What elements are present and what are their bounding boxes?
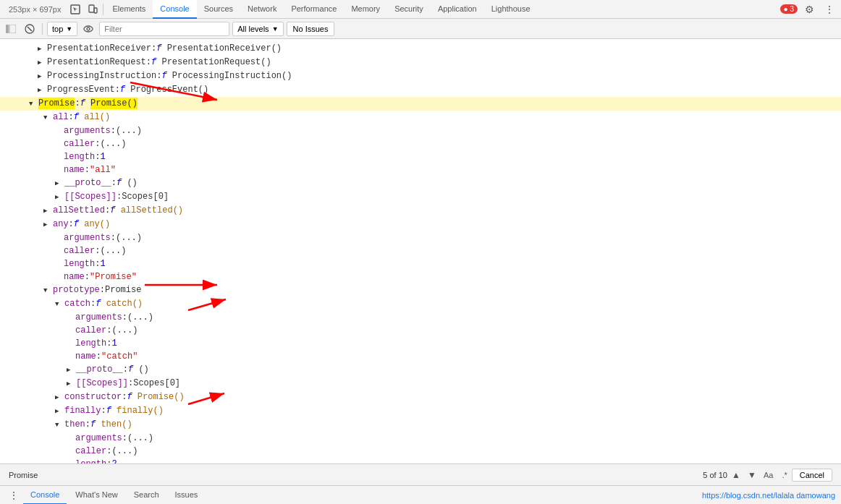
tab-network[interactable]: Network: [240, 0, 284, 19]
list-item: arguments : (...): [0, 231, 841, 244]
tab-security[interactable]: Security: [387, 0, 431, 19]
list-item: arguments : (...): [0, 311, 841, 324]
bottom-tab-bar: ⋮ Console What's New Search Issues https…: [0, 485, 841, 504]
svg-rect-3: [6, 25, 9, 33]
show-console-sidebar-icon[interactable]: [3, 21, 19, 37]
search-term: Promise: [9, 471, 703, 479]
list-item: length : 1: [0, 337, 841, 350]
tree-toggle[interactable]: ▶: [55, 392, 64, 403]
list-item: arguments : (...): [0, 124, 841, 137]
bottom-tab-console[interactable]: Console: [23, 486, 67, 505]
list-item: ▶ finally : f finally(): [0, 404, 841, 418]
viewport-size: 253px × 697px: [3, 5, 67, 14]
list-item: name : "Promise": [0, 270, 841, 283]
list-item: ▼ all : f all(): [0, 111, 841, 124]
svg-rect-2: [94, 8, 97, 13]
tree-toggle[interactable]: ▶: [38, 85, 46, 96]
svg-line-6: [28, 27, 32, 31]
tree-toggle[interactable]: ▼: [55, 419, 64, 431]
promise-row: ▼ Promise : f Promise(): [0, 97, 841, 111]
log-levels-select[interactable]: All levels ▼: [232, 22, 283, 36]
then-row: ▼ then : f then(): [0, 418, 841, 432]
list-item: ▶ any : f any(): [0, 218, 841, 231]
tree-toggle[interactable]: ▶: [55, 192, 64, 203]
tab-sources[interactable]: Sources: [197, 0, 240, 19]
list-item: ▶ constructor : f Promise(): [0, 390, 841, 404]
tree-toggle[interactable]: ▶: [43, 205, 52, 217]
bottom-tab-whats-new[interactable]: What's New: [68, 486, 124, 505]
list-item: ▶ ProcessingInstruction : f ProcessingIn…: [0, 69, 841, 83]
tree-toggle[interactable]: ▶: [55, 178, 64, 189]
search-next-icon[interactable]: ▼: [745, 468, 759, 482]
tree-toggle[interactable]: ▶: [43, 219, 52, 231]
search-navigation: 5 of 10 ▲ ▼: [703, 468, 759, 482]
tree-toggle[interactable]: ▶: [55, 406, 64, 417]
list-item: caller : (...): [0, 445, 841, 458]
drawer-icon[interactable]: ⋮: [6, 487, 22, 503]
tab-elements[interactable]: Elements: [105, 0, 153, 19]
list-item: length : 1: [0, 257, 841, 270]
search-result-count: 5 of 10: [703, 471, 727, 479]
tab-application[interactable]: Application: [431, 0, 484, 19]
console-toolbar: top ▼ All levels ▼ No Issues: [0, 19, 841, 39]
tree-toggle[interactable]: ▼: [29, 98, 38, 110]
list-item: ▶ PresentationRequest : f PresentationRe…: [0, 56, 841, 69]
svg-point-8: [87, 27, 90, 30]
create-live-expression-icon[interactable]: [80, 21, 96, 37]
inspect-icon[interactable]: [67, 1, 84, 18]
error-badge: ● 3: [780, 4, 798, 14]
no-issues-button[interactable]: No Issues: [287, 22, 335, 36]
search-prev-icon[interactable]: ▲: [729, 468, 743, 482]
catch-row: ▼ catch : f catch(): [0, 297, 841, 311]
list-item: ▶ [[Scopes]] : Scopes[0]: [0, 377, 841, 390]
list-item: ▶ [[Scopes]] : Scopes[0]: [0, 190, 841, 204]
list-item: caller : (...): [0, 324, 841, 337]
list-item: length : 2: [0, 458, 841, 464]
svg-point-7: [84, 26, 93, 32]
settings-icon[interactable]: ⚙: [800, 1, 818, 18]
url-bar[interactable]: https://blog.csdn.net/lalala damowang: [702, 491, 835, 500]
tree-toggle[interactable]: ▶: [38, 57, 46, 69]
device-toggle-icon[interactable]: [84, 1, 101, 18]
tab-memory[interactable]: Memory: [344, 0, 387, 19]
context-select[interactable]: top ▼: [47, 22, 77, 36]
list-item: caller : (...): [0, 244, 841, 257]
tree-toggle[interactable]: ▼: [55, 299, 64, 310]
main-content[interactable]: ▶ PresentationReceiver : f PresentationR…: [0, 39, 841, 464]
tab-lighthouse[interactable]: Lighthouse: [484, 0, 538, 19]
regex-button[interactable]: .*: [777, 470, 791, 480]
tab-performance[interactable]: Performance: [284, 0, 344, 19]
prototype-row: ▼ prototype : Promise: [0, 283, 841, 297]
tree-toggle[interactable]: ▶: [67, 378, 75, 390]
top-tab-bar: 253px × 697px Elements Console Sources N…: [0, 0, 841, 19]
more-options-icon[interactable]: ⋮: [821, 1, 838, 18]
list-item: ▶ ProgressEvent : f ProgressEvent(): [0, 83, 841, 97]
list-item: ▶ __proto__ : f (): [0, 363, 841, 377]
match-case-button[interactable]: Aa: [759, 470, 777, 480]
cancel-button[interactable]: Cancel: [792, 469, 832, 482]
svg-rect-4: [9, 25, 16, 33]
list-item: arguments : (...): [0, 432, 841, 445]
list-item: ▶ allSettled : f allSettled(): [0, 204, 841, 218]
list-item: ▶ PresentationReceiver : f PresentationR…: [0, 42, 841, 56]
list-item: caller : (...): [0, 137, 841, 150]
filter-input[interactable]: [99, 22, 229, 36]
content-wrapper: ▶ PresentationReceiver : f PresentationR…: [0, 39, 841, 464]
list-item: length : 1: [0, 150, 841, 163]
tree-toggle[interactable]: ▶: [38, 71, 46, 82]
tree-toggle[interactable]: ▼: [43, 112, 52, 124]
list-item: name : "all": [0, 163, 841, 176]
status-bar: Promise 5 of 10 ▲ ▼ Aa .* Cancel: [0, 464, 841, 485]
list-item: ▶ __proto__ : f (): [0, 176, 841, 190]
bottom-tab-issues[interactable]: Issues: [168, 486, 206, 505]
tree-toggle[interactable]: ▶: [67, 364, 75, 376]
tab-console[interactable]: Console: [153, 0, 196, 19]
clear-console-icon[interactable]: [22, 21, 38, 37]
svg-rect-1: [89, 5, 94, 12]
tree-toggle[interactable]: ▼: [43, 285, 52, 296]
bottom-tab-search[interactable]: Search: [127, 486, 166, 505]
tree-toggle[interactable]: ▶: [38, 43, 46, 55]
list-item: name : "catch": [0, 350, 841, 363]
